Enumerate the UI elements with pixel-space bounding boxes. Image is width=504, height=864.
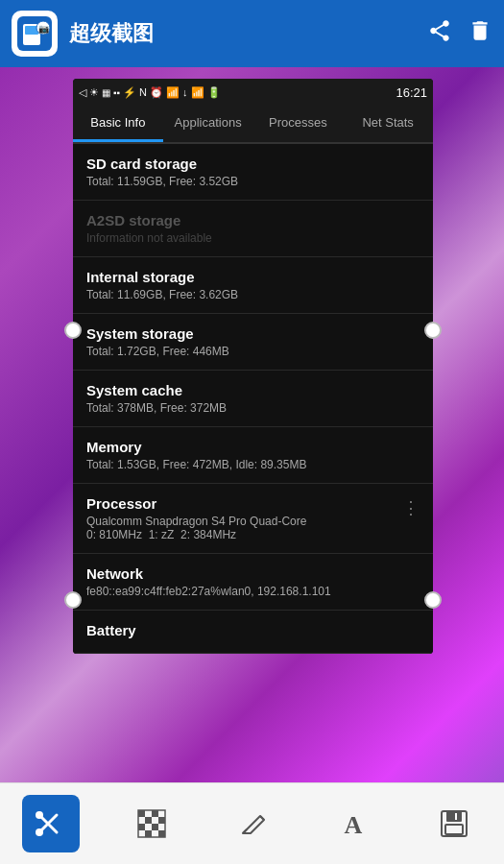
battery: Battery: [73, 611, 433, 654]
svg-rect-11: [158, 817, 165, 824]
usb-icon: ⚡: [123, 86, 136, 99]
text-button[interactable]: A: [324, 795, 382, 852]
battery-icon: 🔋: [207, 86, 221, 99]
internal-storage: Internal storage Total: 11.69GB, Free: 3…: [73, 257, 433, 314]
processor: Processor Qualcomm Snapdragon S4 Pro Qua…: [73, 484, 433, 554]
svg-rect-18: [446, 811, 462, 822]
svg-rect-13: [152, 824, 158, 830]
tab-basic-info[interactable]: Basic Info: [73, 106, 163, 142]
app-title: 超级截图: [69, 19, 427, 48]
svg-rect-8: [138, 810, 145, 817]
trash-icon[interactable]: [468, 18, 492, 49]
status-icons-left: ◁ ☀ ▦ ▪▪ ⚡ N ⏰ 📶 ↓ 📶 🔋: [79, 86, 221, 99]
brightness-icon: ☀: [89, 86, 99, 99]
svg-rect-14: [145, 830, 152, 837]
tab-bar: Basic Info Applications Processes Net St…: [73, 106, 433, 144]
svg-rect-19: [445, 825, 463, 834]
signal-bars-icon: 📶: [191, 86, 204, 99]
memory: Memory Total: 1.53GB, Free: 472MB, Idle:…: [73, 427, 433, 484]
tab-processes[interactable]: Processes: [253, 106, 344, 142]
status-bar: ◁ ☀ ▦ ▪▪ ⚡ N ⏰ 📶 ↓ 📶 🔋 16:21: [73, 79, 433, 106]
save-button[interactable]: [425, 795, 483, 852]
system-cache: System cache Total: 378MB, Free: 372MB: [73, 371, 433, 427]
system-storage: System storage Total: 1.72GB, Free: 446M…: [73, 314, 433, 371]
svg-point-5: [36, 811, 43, 819]
processor-menu-icon[interactable]: ⋮: [402, 495, 420, 518]
checkerboard-button[interactable]: [123, 795, 180, 852]
wifi-icon: 📶: [166, 86, 180, 99]
app-bar-actions: [427, 18, 492, 49]
back-icon: ◁: [79, 86, 86, 99]
pencil-button[interactable]: [224, 795, 281, 852]
sync-icon: ↓: [182, 86, 188, 98]
nfc-icon: N: [139, 86, 147, 98]
tab-applications[interactable]: Applications: [163, 106, 253, 142]
network: Network fe80::ea99:c4ff:feb2:27a%wlan0, …: [73, 554, 433, 611]
svg-rect-9: [152, 810, 158, 817]
sim-icon: ▦: [102, 87, 110, 98]
svg-rect-15: [158, 830, 165, 837]
a2sd-storage: A2SD storage Information not available: [73, 201, 433, 257]
scissors-button[interactable]: [22, 795, 80, 852]
svg-text:📷: 📷: [38, 23, 50, 35]
signal-icon: ▪▪: [113, 87, 120, 98]
sd-card-storage: SD card storage Total: 11.59GB, Free: 3.…: [73, 144, 433, 201]
bottom-bar: A: [0, 782, 504, 864]
svg-rect-10: [145, 817, 152, 824]
tab-net-stats[interactable]: Net Stats: [343, 106, 433, 142]
content-area: SD card storage Total: 11.59GB, Free: 3.…: [73, 144, 433, 654]
svg-point-6: [36, 828, 43, 836]
phone-screen: ◁ ☀ ▦ ▪▪ ⚡ N ⏰ 📶 ↓ 📶 🔋 16:21 Basic Info …: [73, 79, 433, 654]
app-icon: 📷: [12, 11, 58, 57]
svg-text:A: A: [344, 811, 362, 839]
status-time: 16:21: [396, 85, 427, 100]
share-icon[interactable]: [427, 18, 452, 49]
svg-rect-12: [138, 824, 145, 830]
alarm-icon: ⏰: [150, 86, 163, 99]
app-bar: 📷 超级截图: [0, 0, 504, 67]
